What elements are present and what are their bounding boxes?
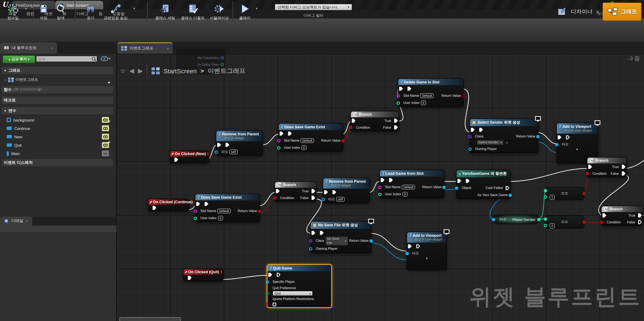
- user-index-pin[interactable]: [378, 193, 382, 196]
- target-pin[interactable]: [406, 252, 409, 255]
- debug-object-dropdown[interactable]: 선택된 디버그 오브젝트가 없습니다. ▾: [274, 4, 352, 10]
- slot-name-field[interactable]: Default: [402, 185, 415, 190]
- true-pin[interactable]: [622, 165, 626, 169]
- eye-visible-icon[interactable]: [102, 117, 109, 123]
- input-b-pin[interactable]: [544, 195, 547, 199]
- pin[interactable]: [220, 56, 224, 59]
- use-selected-icon[interactable]: ◄: [505, 141, 508, 144]
- result-pin[interactable]: [582, 192, 586, 195]
- node-delete-game-in-slot[interactable]: fDelete Game in Slot Slot NameDefault Re…: [398, 78, 464, 107]
- node-remove-from-parent[interactable]: fRemove from Parent 타깃은 Widget 타깃self: [216, 130, 263, 156]
- exec-out-pin[interactable]: [408, 86, 411, 91]
- tree-item-eventgraph[interactable]: ▷ 이벤트그래프: [4, 76, 113, 83]
- visibility-filter-icon[interactable]: [100, 56, 111, 61]
- node-does-save-game-exist[interactable]: fDoes Save Game Exist Slot NameDefault R…: [278, 123, 344, 152]
- quit-preference-pin[interactable]: [266, 292, 269, 295]
- section-variables[interactable]: ▼ 변수 +: [1, 106, 114, 115]
- player-gender-pin[interactable]: [537, 218, 540, 221]
- event-graph-document-tab[interactable]: 이벤트그래프 ×: [118, 42, 173, 54]
- as-yaro-save-game-pin[interactable]: [508, 193, 512, 197]
- exec-out-pin[interactable]: [479, 128, 483, 132]
- return-value-pin[interactable]: [341, 139, 345, 142]
- exec-in-pin[interactable]: [276, 189, 280, 193]
- node-on-clicked-continue[interactable]: On Clicked (Continue): [148, 199, 189, 211]
- node-on-clicked-new[interactable]: On Clicked (New): [170, 150, 209, 163]
- exec-out-pin[interactable]: [416, 244, 420, 248]
- return-value-pin[interactable]: [258, 209, 261, 213]
- search-input[interactable]: [36, 56, 97, 62]
- node-create-no-save-file-widget[interactable]: No Save File 위젯 생성 Class No Save File▾ R…: [310, 221, 372, 253]
- false-pin[interactable]: [622, 171, 626, 176]
- slot-name-field[interactable]: Default: [420, 93, 434, 98]
- variable-row-quit[interactable]: Quit: [7, 141, 114, 149]
- return-value-pin[interactable]: [536, 135, 540, 138]
- false-pin[interactable]: [638, 220, 642, 224]
- class-pin[interactable]: [309, 239, 312, 242]
- exec-in-pin[interactable]: [280, 131, 284, 136]
- user-index-field[interactable]: 0: [218, 216, 223, 221]
- node-branch[interactable]: Branch True ConditionFalse: [274, 181, 316, 202]
- exec-in-pin[interactable]: [408, 244, 412, 248]
- close-icon[interactable]: ×: [51, 46, 53, 50]
- owning-player-pin[interactable]: [309, 247, 312, 250]
- exec-out-pin[interactable]: [332, 190, 336, 194]
- node-quit-game[interactable]: fQuit Game Specific Player Quit Preferen…: [267, 264, 332, 308]
- target-pin[interactable]: [322, 198, 325, 201]
- exec-out-pin[interactable]: [566, 135, 570, 139]
- compare-value-field[interactable]: 1: [550, 195, 555, 200]
- variable-row-new[interactable]: New: [7, 133, 114, 140]
- false-pin[interactable]: [394, 125, 398, 129]
- exec-in-pin[interactable]: [196, 202, 200, 206]
- exec-in-pin[interactable]: [588, 165, 592, 169]
- condition-pin[interactable]: [600, 220, 603, 224]
- my-blueprint-tab[interactable]: 내 블루프린트 ×: [0, 42, 57, 54]
- exec-out-pin[interactable]: [152, 206, 156, 210]
- slot-name-field[interactable]: Default: [218, 209, 231, 214]
- user-index-field[interactable]: 0: [421, 101, 426, 105]
- variable-row-main[interactable]: Main: [7, 150, 114, 157]
- class-defaults-button[interactable]: 클래스 디폴트: [180, 2, 206, 21]
- section-macros[interactable]: 매크로 +: [1, 96, 114, 104]
- user-index-field[interactable]: 0: [301, 145, 306, 150]
- class-dropdown[interactable]: No Save File▾: [325, 236, 348, 245]
- condition-pin[interactable]: [273, 196, 277, 200]
- exec-in-pin[interactable]: [352, 119, 356, 123]
- simulate-button[interactable]: 시뮬레이션: [208, 2, 230, 21]
- compare-value-field[interactable]: 2: [550, 223, 555, 228]
- condition-pin[interactable]: [349, 126, 352, 129]
- node-add-to-viewport[interactable]: fAdd to Viewport 타깃은 User Widget 타깃 ▼: [407, 232, 447, 270]
- expander-icon[interactable]: ▷: [4, 78, 6, 81]
- exec-out-pin[interactable]: [188, 276, 192, 280]
- find-button[interactable]: 찾기: [83, 2, 98, 21]
- exec-in-pin[interactable]: [381, 178, 384, 182]
- exec-out-pin[interactable]: [174, 158, 178, 162]
- node-does-save-game-exist[interactable]: fDoes Save Game Exist Slot NameDefault R…: [195, 194, 260, 222]
- hide-unrelated-caret[interactable]: ▾: [133, 7, 135, 10]
- node-get-player-gender[interactable]: 타깃 Player Gender: [493, 215, 539, 224]
- cast-failed-pin[interactable]: [506, 186, 510, 190]
- input-b-pin[interactable]: [544, 224, 547, 227]
- condition-pin[interactable]: [586, 172, 589, 175]
- exec-out-pin[interactable]: [320, 231, 324, 235]
- exec-in-pin[interactable]: [602, 213, 606, 218]
- slot-name-pin[interactable]: [378, 185, 382, 189]
- section-dispatchers[interactable]: 이벤트 디스패처 +: [1, 158, 114, 167]
- slot-name-pin[interactable]: [397, 94, 400, 97]
- false-pin[interactable]: [312, 196, 315, 200]
- user-index-pin[interactable]: [397, 101, 400, 105]
- exec-out-pin[interactable]: [288, 131, 292, 136]
- exec-out-pin[interactable]: [204, 202, 208, 206]
- breadcrumb-leaf[interactable]: 이벤트그래프: [208, 67, 246, 75]
- class-settings-button[interactable]: 클래스 세팅: [152, 2, 178, 21]
- mode-designer-button[interactable]: 디자이너: [558, 7, 593, 17]
- class-dropdown[interactable]: Select Gender▾: [477, 140, 504, 145]
- eye-visible-icon[interactable]: [102, 134, 109, 140]
- star-icon[interactable]: ☆: [120, 67, 126, 75]
- node-branch[interactable]: Branch True ConditionFalse: [601, 206, 643, 226]
- owning-player-pin[interactable]: [468, 147, 472, 151]
- node-create-select-gender-widget[interactable]: Select Gender 위젯 생성 Class Return Value S…: [470, 119, 538, 153]
- expand-node-icon[interactable]: ▼: [557, 148, 598, 153]
- hide-unrelated-button[interactable]: 관련없음 숨김: [100, 2, 132, 21]
- return-value-pin[interactable]: [442, 185, 446, 189]
- exec-in-pin[interactable]: [399, 86, 403, 91]
